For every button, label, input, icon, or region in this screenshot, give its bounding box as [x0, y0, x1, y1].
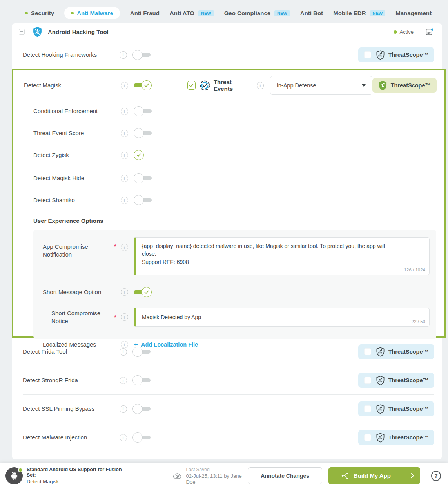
short-message-option-toggle[interactable] — [134, 287, 152, 297]
detect-shamiko-toggle[interactable] — [134, 195, 152, 205]
tab-anti-ato[interactable]: Anti ATO NEW — [170, 10, 214, 16]
threatscope-button[interactable]: ThreatScope™ — [358, 373, 434, 388]
threatscope-checkbox[interactable] — [364, 377, 371, 384]
top-nav: Security Anti Malware Anti Fraud Anti AT… — [0, 0, 448, 21]
tab-mobile-edr[interactable]: Mobile EDR NEW — [333, 10, 385, 16]
threatscope-label: ThreatScope™ — [388, 52, 428, 58]
threat-events-checkbox[interactable] — [187, 81, 196, 90]
card-title: Android Hacking Tool — [48, 29, 109, 35]
build-my-app-button[interactable]: Build My App — [328, 467, 421, 484]
info-icon[interactable]: i — [120, 434, 127, 441]
info-icon[interactable]: i — [121, 152, 128, 159]
threatscope-checkbox[interactable] — [364, 348, 371, 355]
threat-events-label: Threat Events — [214, 79, 250, 92]
info-icon[interactable]: i — [257, 82, 264, 89]
detect-zygisk-checkbox[interactable] — [134, 150, 144, 160]
info-icon[interactable]: i — [121, 244, 128, 251]
threat-events-dropdown[interactable]: In-App Defense — [270, 76, 372, 95]
last-saved-value: 02-Jul-25, 13:11 by Jane Doe — [186, 473, 248, 485]
threatscope-shield-icon — [376, 404, 385, 414]
info-icon[interactable]: i — [120, 51, 127, 59]
info-icon[interactable]: i — [121, 130, 128, 137]
field-label: Localized Messages — [33, 341, 110, 349]
feature-label: Detect Frida Tool — [12, 348, 109, 356]
threatscope-label: ThreatScope™ — [388, 406, 428, 412]
info-icon[interactable]: i — [121, 341, 128, 348]
row-app-compromise-notification: App Compromise Notification * i {app_dis… — [33, 237, 436, 275]
short-compromise-notice-input[interactable]: Magisk Detected by App — [136, 308, 429, 326]
threatscope-button[interactable]: ThreatScope™ — [358, 47, 434, 62]
last-saved-label: Last Saved — [186, 467, 248, 472]
threatscope-checkbox[interactable] — [364, 434, 371, 441]
info-icon[interactable]: i — [121, 313, 128, 321]
field-label: Short Message Option — [33, 288, 110, 296]
threatscope-label: ThreatScope™ — [391, 82, 431, 89]
active-dot-icon — [25, 12, 28, 14]
annotate-changes-button[interactable]: Annotate Changes — [248, 467, 322, 484]
feature-label: Detect Zygisk — [13, 151, 110, 159]
feature-label: Threat Event Score — [13, 129, 110, 137]
info-icon[interactable]: i — [120, 405, 127, 413]
field-label: App Compromise Notification — [33, 243, 110, 258]
android-hacking-tool-card: Android Hacking Tool Active Detect Hooki… — [12, 23, 442, 459]
threatscope-button[interactable]: ThreatScope™ — [358, 344, 434, 359]
chevron-down-icon — [362, 84, 366, 87]
detect-strongr-frida-toggle[interactable] — [132, 375, 151, 385]
cloud-saved-icon — [173, 472, 182, 479]
tab-anti-fraud[interactable]: Anti Fraud — [130, 10, 160, 16]
info-icon[interactable]: i — [121, 108, 128, 115]
chevron-right-icon[interactable] — [410, 473, 414, 479]
info-icon[interactable]: i — [120, 348, 127, 356]
feature-label: Detect Magisk — [13, 81, 110, 89]
tab-management[interactable]: Management — [395, 10, 432, 16]
divider — [419, 28, 419, 35]
tab-label: Security — [31, 10, 54, 16]
threatscope-checkbox[interactable] — [364, 405, 371, 412]
threatscope-label: ThreatScope™ — [388, 349, 428, 355]
fusion-build-icon — [341, 472, 349, 480]
info-icon[interactable]: i — [121, 82, 128, 89]
threatscope-shield-icon — [376, 433, 385, 443]
app-compromise-notification-input[interactable]: {app_display_name} detected malware in u… — [136, 238, 429, 275]
detect-ssl-pinning-bypass-toggle[interactable] — [132, 404, 151, 414]
conditional-enforcement-toggle[interactable] — [134, 106, 152, 116]
detect-magisk-toggle[interactable] — [134, 80, 152, 90]
threat-events-icon — [200, 80, 210, 91]
active-dot-icon — [71, 12, 74, 14]
info-icon[interactable]: i — [120, 377, 127, 384]
info-icon[interactable]: i — [121, 288, 128, 296]
build-label: Build My App — [354, 472, 391, 479]
tab-anti-bot[interactable]: Anti Bot — [300, 10, 323, 16]
threatscope-checkbox[interactable] — [364, 51, 371, 58]
detect-malware-injection-toggle[interactable] — [132, 432, 151, 443]
info-icon[interactable]: i — [121, 175, 128, 182]
add-note-icon[interactable] — [425, 27, 434, 36]
tab-label: Anti Fraud — [130, 10, 160, 16]
threatscope-button[interactable]: ThreatScope™ — [358, 430, 434, 445]
tab-security[interactable]: Security — [25, 10, 54, 16]
help-icon[interactable]: ? — [431, 471, 441, 481]
new-badge: NEW — [370, 10, 386, 16]
row-threat-event-score: Threat Event Score i — [13, 122, 444, 144]
tab-geo-compliance[interactable]: Geo Compliance NEW — [224, 10, 290, 16]
required-asterisk: * — [110, 314, 120, 320]
threatscope-shield-icon — [376, 347, 385, 357]
threatscope-shield-icon — [378, 81, 387, 90]
card-header: Android Hacking Tool Active — [12, 23, 442, 40]
feature-label: Detect SSL Pinning Bypass — [12, 405, 109, 413]
threat-event-score-toggle[interactable] — [134, 128, 152, 138]
threatscope-button[interactable]: ThreatScope™ — [358, 401, 434, 416]
detect-hooking-frameworks-toggle[interactable] — [132, 50, 151, 60]
row-detect-magisk-hide: Detect Magisk Hide i — [13, 166, 444, 190]
feature-label: Detect Magisk Hide — [13, 174, 110, 182]
row-detect-hooking-frameworks: Detect Hooking Frameworks i ThreatScope™ — [12, 40, 442, 69]
detect-frida-tool-toggle[interactable] — [132, 347, 151, 357]
info-icon[interactable]: i — [121, 197, 128, 204]
threatscope-button-active[interactable]: ThreatScope™ — [372, 78, 437, 93]
row-detect-ssl-pinning-bypass: Detect SSL Pinning Bypass i ThreatScope™ — [12, 395, 442, 423]
collapse-icon[interactable] — [19, 29, 25, 35]
detect-magisk-hide-toggle[interactable] — [134, 173, 152, 183]
app-compromise-notification-field: {app_display_name} detected malware in u… — [134, 237, 430, 275]
tab-anti-malware[interactable]: Anti Malware — [64, 7, 120, 19]
row-conditional-enforcement: Conditional Enforcement i — [13, 100, 444, 122]
